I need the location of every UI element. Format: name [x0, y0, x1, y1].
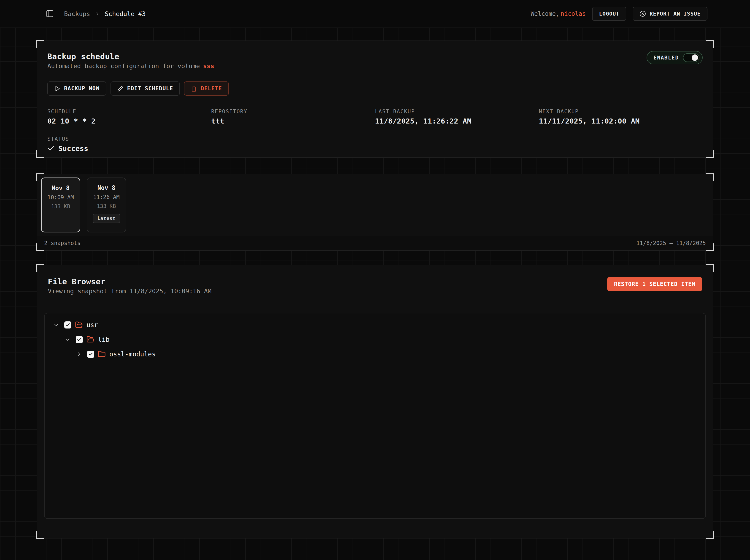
tree-row-lib[interactable]: lib	[45, 332, 705, 347]
latest-badge: Latest	[93, 214, 120, 223]
snapshots-card: Nov 8 10:09 AM 133 KB Nov 8 11:26 AM 133…	[37, 174, 713, 251]
tree-row-usr[interactable]: usr	[45, 318, 705, 332]
field-value: ttt	[211, 117, 375, 125]
backup-now-button[interactable]: BACKUP NOW	[47, 81, 106, 96]
status-value: Success	[58, 144, 88, 153]
checkbox[interactable]	[64, 321, 72, 328]
chevron-down-icon[interactable]	[63, 335, 72, 344]
field-label: SCHEDULE	[47, 108, 211, 114]
edit-schedule-button[interactable]: EDIT SCHEDULE	[111, 81, 180, 96]
corner-bracket	[36, 531, 44, 539]
delete-button[interactable]: DELETE	[184, 81, 229, 96]
field-label: NEXT BACKUP	[539, 108, 703, 114]
toggle-switch[interactable]	[683, 53, 699, 62]
snapshot-list: Nov 8 10:09 AM 133 KB Nov 8 11:26 AM 133…	[37, 174, 713, 236]
checkbox[interactable]	[76, 336, 83, 343]
snapshot-size: 133 KB	[97, 203, 116, 209]
snapshot-tile[interactable]: Nov 8 11:26 AM 133 KB Latest	[87, 178, 126, 233]
breadcrumb-root[interactable]: Backups	[64, 10, 90, 17]
toggle-knob	[692, 55, 698, 61]
check-icon	[47, 145, 55, 152]
snapshot-time: 11:26 AM	[93, 194, 120, 200]
snapshot-footer: 2 snapshots 11/8/2025 – 11/8/2025	[37, 236, 713, 250]
corner-bracket	[706, 264, 714, 272]
folder-open-icon	[86, 336, 94, 343]
file-tree-panel: usr lib	[44, 313, 706, 519]
snapshot-date: Nov 8	[52, 185, 70, 192]
delete-label: DELETE	[201, 85, 222, 92]
folder-open-icon	[75, 321, 83, 329]
field-last-backup: LAST BACKUP 11/8/2025, 11:26:22 AM	[375, 108, 539, 125]
snapshot-size: 133 KB	[51, 203, 70, 209]
snapshot-tile-selected[interactable]: Nov 8 10:09 AM 133 KB	[41, 178, 80, 233]
snapshot-count: 2 snapshots	[44, 240, 81, 246]
schedule-fields: SCHEDULE 02 10 * * 2 REPOSITORY ttt LAST…	[47, 108, 703, 125]
welcome-text: Welcome,nicolas	[531, 10, 586, 17]
chevron-right-icon	[95, 11, 100, 17]
breadcrumb: Backups Schedule #3	[64, 10, 146, 17]
panel-left-icon	[46, 9, 54, 18]
field-schedule: SCHEDULE 02 10 * * 2	[47, 108, 211, 125]
checkbox[interactable]	[87, 351, 94, 358]
corner-bracket	[36, 150, 44, 158]
file-browser-subtitle: Viewing snapshot from 11/8/2025, 10:09:1…	[48, 287, 212, 295]
snapshot-time: 10:09 AM	[47, 194, 74, 201]
welcome-prefix: Welcome,	[531, 10, 559, 17]
field-value: 11/11/2025, 11:02:00 AM	[539, 117, 703, 125]
subtitle-prefix: Automated backup configuration for volum…	[47, 62, 200, 69]
field-value: 11/8/2025, 11:26:22 AM	[375, 117, 539, 125]
sidebar-toggle-button[interactable]	[43, 7, 56, 20]
logout-button[interactable]: LOGOUT	[592, 7, 626, 21]
chevron-down-icon[interactable]	[52, 320, 61, 329]
tree-label: usr	[86, 321, 98, 329]
volume-name: sss	[203, 62, 214, 69]
backup-schedule-card: Backup schedule Automated backup configu…	[37, 40, 713, 158]
backup-now-label: BACKUP NOW	[64, 85, 100, 92]
status-label: STATUS	[47, 136, 703, 142]
play-icon	[54, 85, 60, 92]
circle-x-icon	[639, 11, 646, 17]
corner-bracket	[706, 531, 714, 539]
schedule-actions: BACKUP NOW EDIT SCHEDULE DELETE	[47, 81, 703, 96]
file-browser-title: File Browser	[48, 277, 212, 286]
snapshot-date: Nov 8	[97, 184, 115, 191]
field-repository: REPOSITORY ttt	[211, 108, 375, 125]
folder-icon	[98, 350, 106, 358]
report-issue-label: REPORT AN ISSUE	[650, 11, 700, 17]
tree-row-ossl-modules[interactable]: ossl-modules	[45, 347, 705, 361]
corner-bracket	[706, 150, 714, 158]
field-next-backup: NEXT BACKUP 11/11/2025, 11:02:00 AM	[539, 108, 703, 125]
enabled-toggle[interactable]: ENABLED	[647, 51, 703, 64]
top-bar: Backups Schedule #3 Welcome,nicolas LOGO…	[0, 0, 750, 28]
field-label: LAST BACKUP	[375, 108, 539, 114]
file-browser-card: File Browser Viewing snapshot from 11/8/…	[37, 265, 713, 539]
pencil-icon	[117, 85, 123, 92]
enabled-label: ENABLED	[653, 55, 679, 61]
breadcrumb-current: Schedule #3	[105, 10, 146, 17]
schedule-card-title: Backup schedule	[47, 52, 703, 61]
tree-label: lib	[98, 336, 110, 343]
field-label: REPOSITORY	[211, 108, 375, 114]
chevron-right-icon[interactable]	[74, 349, 83, 359]
edit-schedule-label: EDIT SCHEDULE	[127, 85, 173, 92]
report-issue-button[interactable]: REPORT AN ISSUE	[633, 7, 707, 21]
corner-bracket	[36, 264, 44, 272]
schedule-card-subtitle: Automated backup configuration for volum…	[47, 62, 703, 69]
restore-button[interactable]: RESTORE 1 SELECTED ITEM	[607, 277, 702, 291]
field-status: STATUS Success	[47, 136, 703, 153]
field-value: 02 10 * * 2	[47, 117, 211, 125]
trash-icon	[191, 85, 197, 92]
username: nicolas	[561, 10, 586, 17]
corner-bracket	[706, 40, 714, 48]
tree-label: ossl-modules	[110, 351, 156, 358]
corner-bracket	[36, 40, 44, 48]
snapshot-range: 11/8/2025 – 11/8/2025	[636, 240, 706, 246]
